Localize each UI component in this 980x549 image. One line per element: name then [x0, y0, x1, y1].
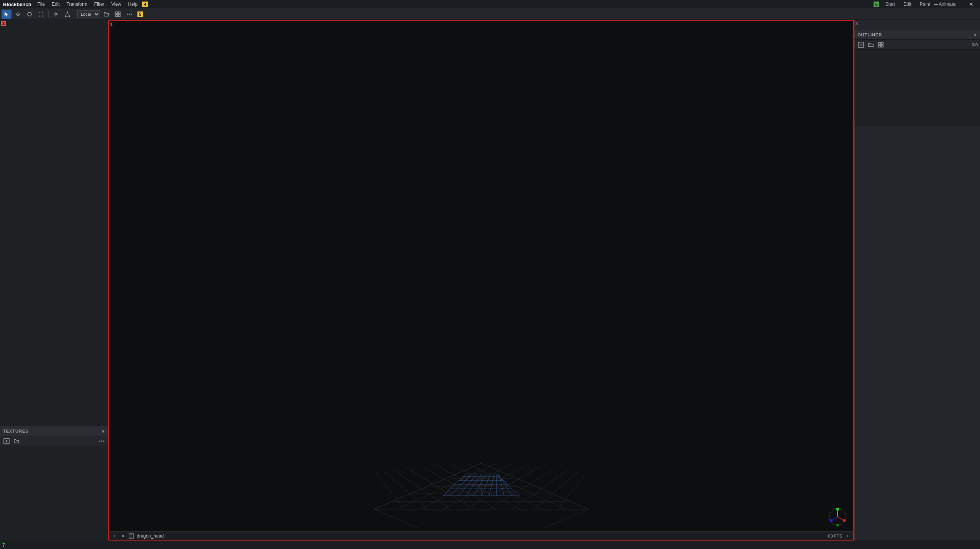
main-layout: 2 TEXTURES ∨: [0, 20, 980, 541]
menu-bar: File Edit Transform Filter View Help 4: [34, 1, 927, 8]
tool-separator-2: [75, 11, 75, 18]
left-panel-top: [0, 20, 108, 426]
menu-edit[interactable]: Edit: [49, 1, 63, 8]
menu-file[interactable]: File: [34, 1, 48, 8]
titlebar: Blockbench File Edit Transform Filter Vi…: [0, 0, 980, 8]
orientation-gizmo: [828, 507, 847, 526]
outliner-section: OUTLINER ∨ 0/0: [854, 20, 980, 126]
svg-point-74: [843, 519, 846, 522]
outliner-toolbar: 0/0: [854, 40, 980, 50]
svg-point-16: [127, 13, 128, 15]
svg-rect-85: [879, 42, 880, 44]
svg-rect-6: [67, 11, 68, 13]
viewport-scene-icon: [128, 533, 134, 539]
outliner-count: 0/0: [972, 42, 978, 47]
svg-point-22: [99, 440, 100, 441]
textures-title: TEXTURES: [3, 429, 29, 433]
svg-line-67: [497, 474, 519, 496]
mode-tabs: 6 Start Edit Paint Animate: [874, 0, 961, 8]
svg-line-47: [393, 469, 451, 509]
svg-point-76: [830, 519, 833, 522]
region-badge-1: 1: [110, 21, 113, 27]
svg-line-65: [499, 474, 504, 496]
tool-vertex[interactable]: [62, 10, 72, 19]
svg-point-23: [101, 440, 102, 441]
svg-point-24: [103, 440, 104, 441]
outliner-add-button[interactable]: [857, 41, 865, 49]
svg-line-46: [407, 468, 474, 509]
tool-folder[interactable]: [101, 10, 111, 19]
svg-line-10: [67, 13, 70, 16]
region-badge-2: 2: [1, 21, 6, 26]
viewport-bottom-bar: ‹ ✕ dragon_head 60 FPS ›: [109, 531, 853, 540]
viewport-scene-name: dragon_head: [137, 533, 826, 539]
svg-rect-86: [881, 42, 883, 44]
grid-3d: [328, 394, 634, 528]
svg-point-1: [55, 13, 57, 15]
right-panel: 3 OUTLINER ∨ 0/0: [854, 20, 980, 541]
statusbar: 7: [0, 541, 980, 549]
texture-add-button[interactable]: [2, 437, 11, 445]
textures-content: [0, 446, 108, 541]
svg-line-34: [420, 464, 512, 509]
texture-folder-button[interactable]: [12, 437, 21, 445]
toolbar: Local World 5: [0, 8, 980, 20]
outliner-folder-button[interactable]: [867, 41, 875, 49]
outliner-header: OUTLINER ∨: [854, 30, 980, 40]
svg-rect-14: [116, 15, 118, 16]
tool-move[interactable]: [13, 10, 23, 19]
menu-help[interactable]: Help: [125, 1, 140, 8]
viewport-fps: 60 FPS: [828, 534, 842, 538]
tab-paint[interactable]: Paint: [916, 0, 934, 8]
svg-line-57: [443, 474, 466, 496]
svg-point-72: [836, 508, 839, 511]
svg-line-40: [558, 473, 586, 509]
svg-line-49: [376, 473, 405, 509]
tool-separator-1: [48, 11, 49, 18]
close-button[interactable]: ✕: [962, 0, 980, 8]
outliner-content: [854, 50, 980, 126]
region-badge-5: 5: [137, 11, 143, 17]
svg-point-77: [836, 524, 839, 526]
outliner-toolbar-left: [857, 41, 885, 49]
tab-start[interactable]: Start: [882, 0, 899, 8]
region-badge-4: 4: [142, 2, 148, 7]
viewport-close-button[interactable]: ✕: [120, 533, 126, 539]
outliner-title: OUTLINER: [858, 33, 882, 37]
tool-scale[interactable]: [36, 10, 46, 19]
svg-point-18: [131, 13, 132, 15]
region-badge-6: 6: [874, 2, 879, 7]
svg-line-38: [512, 469, 569, 509]
tool-pivot[interactable]: [51, 10, 61, 19]
menu-transform[interactable]: Transform: [64, 1, 90, 8]
outliner-chevron-icon[interactable]: ∨: [973, 32, 977, 38]
menu-filter[interactable]: Filter: [91, 1, 108, 8]
viewport-right-arrow[interactable]: ›: [844, 533, 851, 539]
outliner-grid-button[interactable]: [877, 41, 885, 49]
left-panel: 2 TEXTURES ∨: [0, 20, 108, 541]
svg-point-17: [129, 13, 130, 15]
textures-toolbar: [0, 436, 108, 446]
tab-animate[interactable]: Animate: [935, 0, 959, 8]
svg-rect-12: [116, 12, 118, 14]
tab-edit[interactable]: Edit: [900, 0, 915, 8]
local-dropdown[interactable]: Local World: [77, 10, 100, 18]
svg-rect-88: [881, 45, 883, 47]
tool-dots[interactable]: [124, 10, 134, 19]
texture-more-button[interactable]: [97, 437, 106, 445]
tool-rotate[interactable]: [24, 10, 34, 19]
region-badge-3: 3: [855, 21, 858, 26]
viewport-left-arrow[interactable]: ‹: [111, 533, 118, 539]
region-badge-7: 7: [2, 542, 5, 548]
svg-rect-15: [118, 15, 120, 16]
textures-section: TEXTURES ∨: [0, 426, 108, 541]
app-title: Blockbench: [0, 2, 34, 7]
svg-rect-87: [879, 45, 880, 47]
textures-header: TEXTURES ∨: [0, 426, 108, 436]
viewport[interactable]: 1: [108, 20, 854, 541]
tool-grid[interactable]: [113, 10, 123, 19]
menu-view[interactable]: View: [108, 1, 124, 8]
textures-chevron-icon[interactable]: ∨: [101, 428, 105, 434]
svg-line-9: [65, 13, 68, 16]
tool-select[interactable]: [2, 10, 11, 19]
